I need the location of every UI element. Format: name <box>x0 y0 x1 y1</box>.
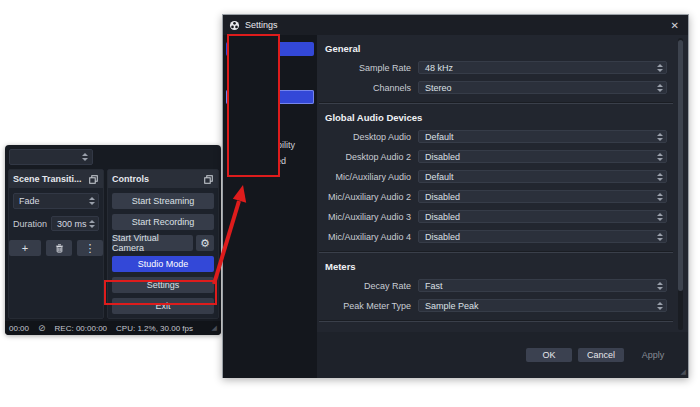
section-title-global-audio-devices: Global Audio Devices <box>325 112 667 123</box>
accessibility-icon <box>230 140 241 151</box>
dropdown-spinner-icon <box>657 153 663 161</box>
field-label: Mic/Auxiliary Audio 4 <box>325 232 418 242</box>
settings-row: Desktop Audio 2Disabled <box>325 150 667 163</box>
settings-row: Mic/Auxiliary AudioDefault <box>325 170 667 183</box>
settings-content: GeneralSample Rate48 kHzChannelsStereoGl… <box>317 35 688 378</box>
duration-stepper[interactable]: 300 ms <box>51 216 99 231</box>
exit-button[interactable]: Exit <box>112 298 214 314</box>
controls-panel: Controls Start StreamingStart RecordingS… <box>107 169 219 319</box>
popout-panel-icon[interactable] <box>203 174 214 185</box>
sidebar-item-label: Stream <box>246 60 275 70</box>
cancel-button[interactable]: Cancel <box>578 348 624 362</box>
dropdown-value: Disabled <box>425 152 460 162</box>
output-icon <box>230 76 241 87</box>
dropdown-value: 48 kHz <box>425 63 453 73</box>
vertical-scrollbar[interactable] <box>678 38 683 330</box>
dropdown-spinner-icon <box>657 233 663 241</box>
status-timer: 00:00 <box>9 324 29 333</box>
top-dropdown[interactable] <box>9 149 93 165</box>
field-label: Desktop Audio 2 <box>325 152 418 162</box>
gear-icon <box>230 44 241 55</box>
virtual-camera-settings-gear-icon[interactable]: ⚙ <box>196 235 214 251</box>
settings-row: Mic/Auxiliary Audio 4Disabled <box>325 230 667 243</box>
settings-row: Desktop AudioDefault <box>325 130 667 143</box>
transition-dropdown[interactable]: Fade <box>13 193 99 209</box>
dropdown-value: Default <box>425 172 454 182</box>
section-title-meters: Meters <box>325 261 667 272</box>
dropdown-value: Stereo <box>425 83 452 93</box>
sample-rate-dropdown[interactable]: 48 kHz <box>418 61 667 74</box>
monitor-icon <box>230 108 241 119</box>
mic-auxiliary-audio-dropdown[interactable]: Default <box>418 170 667 183</box>
status-bar: 00:00 ⊘ REC: 00:00:00 CPU: 1.2%, 30.00 f… <box>5 321 221 335</box>
transition-value: Fade <box>19 196 40 206</box>
duration-label: Duration <box>13 219 47 229</box>
ok-button[interactable]: OK <box>526 348 572 362</box>
section-separator <box>319 251 673 253</box>
resize-grip-icon[interactable]: ◢ <box>212 324 217 332</box>
settings-row: ChannelsStereo <box>325 81 667 94</box>
settings-row: Sample Rate48 kHz <box>325 61 667 74</box>
obs-main-window: Scene Transiti... Fade Duration 300 ms +… <box>5 145 221 335</box>
start-virtual-camera-button[interactable]: Start Virtual Camera <box>112 235 193 251</box>
field-label: Mic/Auxiliary Audio 2 <box>325 192 418 202</box>
duration-value: 300 ms <box>57 219 87 229</box>
mic-auxiliary-audio-4-dropdown[interactable]: Disabled <box>418 230 667 243</box>
sidebar-item-general[interactable]: General <box>226 42 314 56</box>
dropdown-spinner-icon <box>89 197 95 205</box>
dialog-titlebar[interactable]: Settings ✕ <box>223 15 688 35</box>
field-label: Mic/Auxiliary Audio <box>325 172 418 182</box>
settings-sidebar: GeneralStreamOutputAudioVideoHotkeysAcce… <box>223 35 317 378</box>
sidebar-item-label: Audio <box>246 92 269 102</box>
desktop-audio-dropdown[interactable]: Default <box>418 130 667 143</box>
start-recording-button[interactable]: Start Recording <box>112 214 214 230</box>
decay-rate-dropdown[interactable]: Fast <box>418 279 667 292</box>
settings-row: Peak Meter TypeSample Peak <box>325 299 667 312</box>
field-label: Desktop Audio <box>325 132 418 142</box>
section-title-general: General <box>325 43 667 54</box>
screenshot-canvas: Scene Transiti... Fade Duration 300 ms +… <box>0 0 700 407</box>
settings-row: Decay RateFast <box>325 279 667 292</box>
mic-auxiliary-audio-3-dropdown[interactable]: Disabled <box>418 210 667 223</box>
controls-title: Controls <box>112 174 149 184</box>
dropdown-spinner-icon <box>657 173 663 181</box>
dropdown-spinner-icon <box>657 84 663 92</box>
sidebar-item-audio[interactable]: Audio <box>226 90 314 104</box>
field-label: Sample Rate <box>325 63 418 73</box>
dropdown-value: Sample Peak <box>425 301 479 311</box>
keyboard-icon <box>230 124 241 135</box>
sidebar-item-label: Advanced <box>246 156 286 166</box>
channels-dropdown[interactable]: Stereo <box>418 81 667 94</box>
resize-grip-icon[interactable]: ◢ <box>681 368 686 376</box>
sidebar-item-label: Accessibility <box>246 140 295 150</box>
field-label: Mic/Auxiliary Audio 3 <box>325 212 418 222</box>
sidebar-item-output[interactable]: Output <box>226 74 314 88</box>
peak-meter-type-dropdown[interactable]: Sample Peak <box>418 299 667 312</box>
apply-button: Apply <box>630 348 676 362</box>
status-rec: REC: 00:00:00 <box>55 324 107 333</box>
settings-button[interactable]: Settings <box>112 277 214 293</box>
popout-panel-icon[interactable] <box>88 174 99 185</box>
transition-menu-button[interactable]: ⋮ <box>77 240 103 256</box>
sidebar-item-advanced[interactable]: Advanced <box>226 154 314 168</box>
mic-auxiliary-audio-2-dropdown[interactable]: Disabled <box>418 190 667 203</box>
dropdown-value: Disabled <box>425 192 460 202</box>
studio-mode-button[interactable]: Studio Mode <box>112 256 214 272</box>
sidebar-item-label: General <box>246 44 278 54</box>
sidebar-item-stream[interactable]: Stream <box>226 58 314 72</box>
sidebar-item-label: Output <box>246 76 273 86</box>
desktop-audio-2-dropdown[interactable]: Disabled <box>418 150 667 163</box>
sidebar-item-video[interactable]: Video <box>226 106 314 120</box>
sidebar-item-accessibility[interactable]: Accessibility <box>226 138 314 152</box>
dropdown-spinner-icon <box>657 282 663 290</box>
add-transition-button[interactable]: + <box>9 240 41 256</box>
remove-transition-button[interactable] <box>46 240 72 256</box>
scene-transitions-panel: Scene Transiti... Fade Duration 300 ms +… <box>8 169 104 319</box>
sidebar-item-hotkeys[interactable]: Hotkeys <box>226 122 314 136</box>
field-label: Peak Meter Type <box>325 301 418 311</box>
scrollbar-handle[interactable] <box>678 40 683 291</box>
start-streaming-button[interactable]: Start Streaming <box>112 193 214 209</box>
section-separator <box>319 102 673 104</box>
speaker-icon <box>230 92 241 103</box>
close-icon[interactable]: ✕ <box>668 20 682 31</box>
